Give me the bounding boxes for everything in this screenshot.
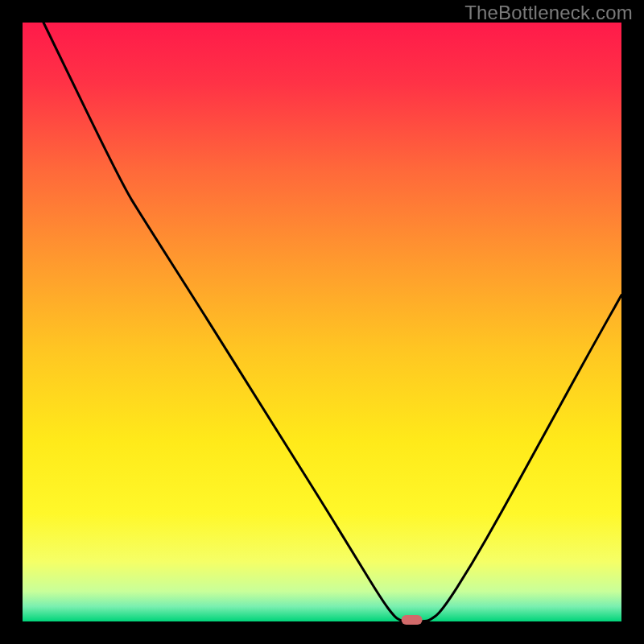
bottleneck-chart	[0, 0, 644, 644]
chart-container	[0, 0, 644, 644]
chart-background	[23, 23, 621, 621]
optimal-marker	[402, 615, 423, 625]
watermark-text: TheBottleneck.com	[464, 2, 633, 24]
